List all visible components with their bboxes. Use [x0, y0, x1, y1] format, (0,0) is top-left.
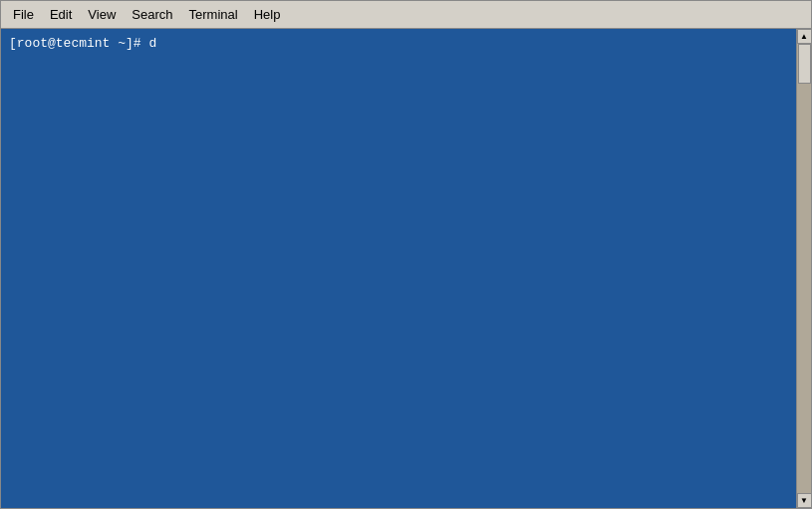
terminal-content: [root@tecmint ~]# d: [1, 29, 811, 59]
scrollbar-thumb[interactable]: [798, 44, 811, 84]
scrollbar-track[interactable]: [797, 44, 812, 493]
menu-file[interactable]: File: [5, 5, 42, 24]
scrollbar[interactable]: ▲ ▼: [796, 29, 811, 508]
menu-view[interactable]: View: [80, 5, 124, 24]
terminal-body[interactable]: [root@tecmint ~]# d ▲ ▼: [1, 29, 811, 508]
terminal-window: File Edit View Search Terminal Help [roo…: [0, 0, 812, 509]
menu-edit[interactable]: Edit: [42, 5, 80, 24]
menubar: File Edit View Search Terminal Help: [1, 1, 811, 29]
scrollbar-down-button[interactable]: ▼: [797, 493, 812, 508]
menu-help[interactable]: Help: [246, 5, 289, 24]
menu-terminal[interactable]: Terminal: [181, 5, 246, 24]
menu-search[interactable]: Search: [124, 5, 180, 24]
scrollbar-up-button[interactable]: ▲: [797, 29, 812, 44]
